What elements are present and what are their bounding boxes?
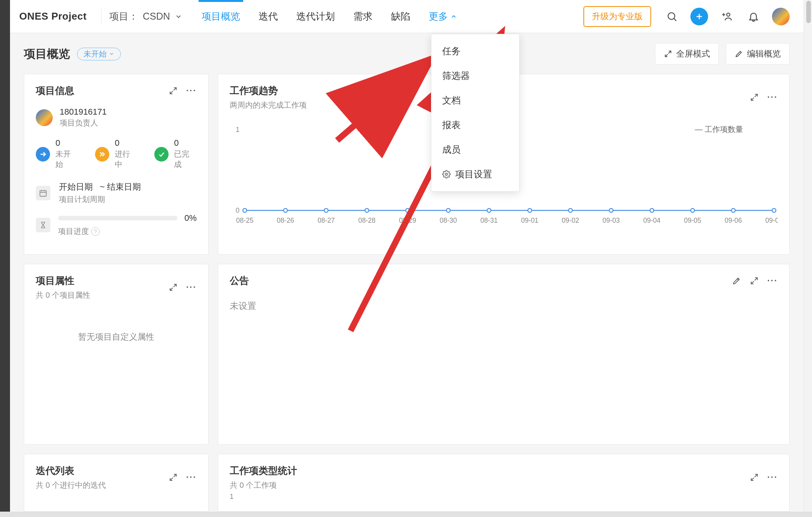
svg-point-21 [243,208,247,212]
dd-label: 报表 [442,119,461,131]
card-more-button[interactable]: ··· [186,282,197,292]
svg-line-53 [174,474,176,477]
stat-value: 0 [55,139,78,147]
attributes-empty: 暂无项目自定义属性 [36,331,197,343]
hourglass-icon [36,218,50,232]
svg-line-16 [755,94,757,97]
nav-label: 项目概览 [202,10,240,23]
project-picker-name: CSDN [143,11,170,22]
edit-icon[interactable] [732,276,741,285]
stat-label: 已完成 [174,149,197,170]
svg-text:08-28: 08-28 [358,217,376,224]
svg-point-23 [284,208,287,212]
nav-iteration[interactable]: 迭代 [259,0,278,33]
user-avatar[interactable] [772,8,790,25]
search-button[interactable] [663,8,680,25]
date-range: 开始日期 ~ 结束日期 [59,181,141,193]
svg-rect-12 [40,190,47,196]
svg-line-51 [755,278,757,280]
invite-button[interactable] [718,8,735,25]
dropdown-item-settings[interactable]: 项目设置 [431,162,519,187]
svg-line-56 [751,478,754,480]
search-icon [666,11,678,22]
dropdown-item-report[interactable]: 报表 [431,113,519,137]
svg-line-54 [170,478,173,480]
help-icon[interactable]: ? [91,227,100,236]
check-icon [154,147,169,162]
notifications-button[interactable] [745,8,762,25]
button-label: 全屏模式 [676,48,710,60]
expand-icon [664,50,672,58]
svg-point-27 [365,208,369,212]
card-iteration-list: 迭代列表 共 0 个进行中的迭代 ··· [24,454,209,512]
svg-point-57 [445,173,448,175]
calendar-icon [36,186,50,200]
svg-point-0 [668,13,675,20]
card-more-button[interactable]: ··· [186,472,197,482]
svg-line-49 [174,284,176,287]
fullscreen-button[interactable]: 全屏模式 [655,43,719,65]
svg-line-8 [665,54,668,57]
scrollbar-thumb[interactable] [806,1,811,23]
card-more-button[interactable]: ··· [186,86,197,96]
dropdown-item-filter[interactable]: 筛选器 [431,63,519,88]
announcement-empty: 未设置 [230,300,778,312]
expand-icon[interactable] [169,283,178,292]
create-button[interactable] [690,8,708,25]
arrow-right-icon [36,147,50,162]
expand-icon[interactable] [169,473,178,482]
project-picker[interactable]: 项目： CSDN [109,10,182,23]
dd-label: 项目设置 [455,168,492,180]
card-more-button[interactable]: ··· [767,92,778,102]
dropdown-item-member[interactable]: 成员 [431,137,519,162]
stat-label: 进行中 [115,149,137,170]
page-sub-header: 项目概览 未开始 全屏模式 编辑概览 [10,33,804,74]
progress-percent: 0% [184,213,197,223]
date-sub: 项目计划周期 [59,194,141,205]
page-title: 项目概览 [24,46,70,62]
gear-icon [442,170,451,178]
svg-text:09-03: 09-03 [603,217,620,224]
card-more-button[interactable]: ··· [767,276,778,286]
svg-line-1 [674,18,677,21]
dropdown-item-task[interactable]: 任务 [431,39,519,63]
card-title: 工作项趋势 [230,84,307,97]
card-project-info: 项目信息 ··· 1801916171 项目负责人 0未开始 [24,74,209,255]
svg-text:08-29: 08-29 [399,217,416,224]
status-chip[interactable]: 未开始 [77,48,121,60]
svg-point-35 [528,208,532,212]
expand-icon[interactable] [750,276,759,285]
browser-scrollbar[interactable] [804,0,812,517]
nav-iteration-plan[interactable]: 迭代计划 [296,0,335,33]
stat-label: 未开始 [55,149,78,170]
svg-point-41 [650,208,654,212]
button-label: 编辑概览 [747,48,781,60]
top-bar: ONES Project 项目： CSDN 项目概览 迭代 迭代计划 需求 缺陷… [10,0,804,33]
expand-icon[interactable] [750,473,759,482]
dropdown-item-doc[interactable]: 文档 [431,88,519,113]
nav-label: 迭代 [259,10,278,23]
svg-line-50 [170,288,173,290]
nav-label: 需求 [353,10,373,23]
svg-point-6 [727,13,730,16]
chevron-up-icon [450,13,457,20]
svg-line-7 [668,51,671,53]
expand-icon[interactable] [169,86,178,95]
add-user-icon [721,11,732,22]
owner-name: 1801916171 [60,107,107,117]
svg-text:08-30: 08-30 [440,217,457,224]
card-title: 项目信息 [36,84,164,97]
nav-more[interactable]: 更多 [429,0,457,33]
nav-requirement[interactable]: 需求 [353,0,373,33]
expand-icon[interactable] [750,93,759,102]
chevron-down-icon [109,51,114,57]
nav-label: 更多 [429,10,448,23]
nav-defect[interactable]: 缺陷 [391,0,410,33]
card-more-button[interactable]: ··· [767,472,778,482]
project-picker-label: 项目： [109,10,138,23]
pencil-icon [735,50,743,58]
svg-text:1: 1 [236,126,240,133]
upgrade-button[interactable]: 升级为专业版 [583,6,651,27]
nav-overview[interactable]: 项目概览 [202,0,240,33]
edit-overview-button[interactable]: 编辑概览 [726,43,790,65]
